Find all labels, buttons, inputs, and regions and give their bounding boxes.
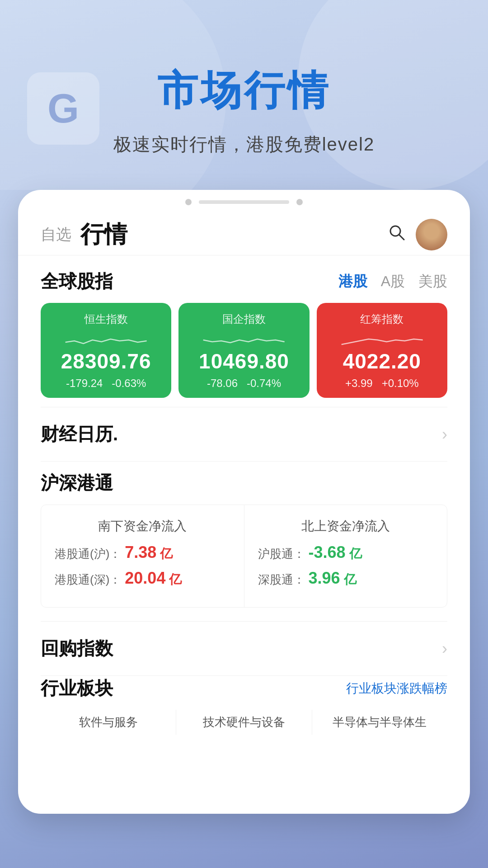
search-button[interactable]: [387, 222, 407, 247]
caijing-title: 财经日历.: [41, 422, 118, 447]
nav-icons: [387, 219, 447, 250]
card-label-hci: 红筹指数: [327, 312, 437, 326]
divider-2: [41, 461, 447, 462]
sparkline-hci: [327, 331, 437, 349]
hero-subtitle: 极速实时行情，港股免费level2: [27, 132, 461, 157]
hstong-north-title: 北上资金净流入: [258, 518, 434, 535]
north-label1: 沪股通：: [258, 546, 305, 562]
card-change2-hci: +0.10%: [382, 377, 419, 390]
card-change1-hsi: -179.24: [66, 377, 103, 390]
hstong-south-title: 南下资金净流入: [55, 518, 230, 535]
card-value-hscei: 10469.80: [188, 349, 299, 373]
hstong-south-row1: 港股通(沪)： 7.38 亿: [55, 543, 230, 562]
north-label2: 深股通：: [258, 572, 305, 588]
caijing-chevron: ›: [442, 425, 447, 444]
tab-hk[interactable]: 港股: [338, 272, 367, 292]
north-unit1: 亿: [349, 545, 362, 562]
index-card-hci[interactable]: 红筹指数 4022.20 +3.99 +0.10%: [317, 303, 447, 398]
card-change2-hscei: -0.74%: [247, 377, 281, 390]
dot-1: [185, 199, 192, 205]
hstong-south-row2: 港股通(深)： 20.04 亿: [55, 569, 230, 588]
card-label-hsi: 恒生指数: [51, 312, 161, 326]
global-index-section: 全球股指 港股 A股 美股 恒生指数 28309.76 -179.24 -0.6…: [18, 255, 470, 407]
sparkline-hsi: [51, 331, 161, 349]
card-value-hci: 4022.20: [327, 349, 437, 373]
industry-link[interactable]: 行业板块涨跌幅榜: [346, 680, 447, 697]
south-label1: 港股通(沪)：: [55, 546, 121, 562]
north-unit2: 亿: [344, 571, 357, 588]
card-change2-hsi: -0.63%: [112, 377, 146, 390]
card-change1-hscei: -78.06: [207, 377, 238, 390]
tab-a[interactable]: A股: [381, 272, 405, 292]
dot-2: [296, 199, 303, 205]
tab-us[interactable]: 美股: [418, 272, 447, 292]
card-label-hscei: 国企指数: [188, 312, 299, 326]
south-unit1: 亿: [160, 545, 173, 562]
south-label2: 港股通(深)：: [55, 572, 121, 588]
buyback-row[interactable]: 回购指数 ›: [18, 622, 470, 675]
card-value-hsi: 28309.76: [51, 349, 161, 373]
hero-title: 市场行情: [27, 63, 461, 118]
south-val2: 20.04: [125, 569, 165, 588]
hstong-north-row1: 沪股通： -3.68 亿: [258, 543, 434, 562]
hstong-grid: 南下资金净流入 港股通(沪)： 7.38 亿 港股通(深)： 20.04 亿 北…: [41, 505, 447, 608]
phone-topbar: [18, 190, 470, 210]
hstong-title: 沪深港通: [41, 471, 447, 495]
svg-line-1: [399, 235, 404, 240]
section-header: 全球股指 港股 A股 美股: [41, 269, 447, 294]
buyback-chevron: ›: [442, 639, 447, 658]
south-val1: 7.38: [125, 543, 156, 562]
index-card-hsi[interactable]: 恒生指数 28309.76 -179.24 -0.63%: [41, 303, 171, 398]
caijing-row[interactable]: 财经日历. ›: [18, 407, 470, 461]
hstong-section: 沪深港通 南下资金净流入 港股通(沪)： 7.38 亿 港股通(深)： 20.0…: [18, 471, 470, 621]
industry-item-2[interactable]: 半导体与半导体生: [312, 710, 447, 735]
card-changes-hci: +3.99 +0.10%: [327, 377, 437, 390]
sparkline-hscei: [188, 331, 299, 349]
nav-bar: 自选 行情: [18, 210, 470, 255]
avatar[interactable]: [416, 219, 447, 250]
industry-item-1[interactable]: 技术硬件与设备: [176, 710, 312, 735]
industry-item-0[interactable]: 软件与服务: [41, 710, 176, 735]
index-cards: 恒生指数 28309.76 -179.24 -0.63% 国企指数 10469.…: [41, 303, 447, 398]
nav-title: 行情: [80, 219, 387, 250]
hstong-col-north: 北上资金净流入 沪股通： -3.68 亿 深股通： 3.96 亿: [244, 505, 447, 607]
north-val2: 3.96: [309, 569, 340, 588]
index-card-hscei[interactable]: 国企指数 10469.80 -78.06 -0.74%: [178, 303, 309, 398]
card-change1-hci: +3.99: [345, 377, 373, 390]
hero-section: G 市场行情 极速实时行情，港股免费level2: [0, 0, 488, 190]
industry-title: 行业板块: [41, 676, 113, 701]
line-indicator: [199, 200, 289, 204]
south-unit2: 亿: [169, 571, 182, 588]
hstong-col-south: 南下资金净流入 港股通(沪)： 7.38 亿 港股通(深)： 20.04 亿: [41, 505, 244, 607]
industry-list: 软件与服务 技术硬件与设备 半导体与半导体生: [18, 701, 470, 748]
buyback-title: 回购指数: [41, 636, 113, 661]
phone-card: 自选 行情 全球股指 港股 A股 美股: [18, 190, 470, 814]
market-tabs: 港股 A股 美股: [338, 272, 447, 292]
hstong-north-row2: 深股通： 3.96 亿: [258, 569, 434, 588]
north-val1: -3.68: [309, 543, 346, 562]
card-changes-hsi: -179.24 -0.63%: [51, 377, 161, 390]
industry-header: 行业板块 行业板块涨跌幅榜: [18, 676, 470, 701]
nav-zixuan[interactable]: 自选: [41, 224, 71, 245]
card-changes-hscei: -78.06 -0.74%: [188, 377, 299, 390]
global-index-title: 全球股指: [41, 269, 113, 294]
